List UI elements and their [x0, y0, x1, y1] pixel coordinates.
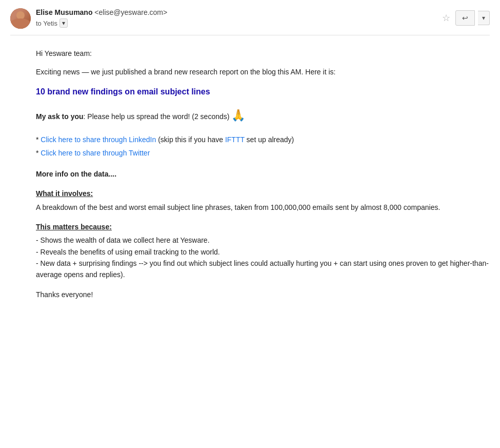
what-content: A breakdown of the best and worst email … — [36, 202, 490, 213]
share-links: * Click here to share through LinkedIn (… — [36, 133, 490, 160]
share-twitter-line: * Click here to share through Twitter — [36, 146, 490, 160]
sender-name-text: Elise Musumano — [36, 8, 92, 16]
ask-text: : Please help us spread the word! (2 sec… — [84, 112, 232, 121]
sender-email: <elise@yesware.com> — [94, 8, 167, 16]
header-actions: ☆ ↩ ▾ — [440, 10, 490, 26]
share-skip-text: (skip this if you have — [156, 135, 225, 144]
star-button[interactable]: ☆ — [440, 10, 452, 26]
main-article-link[interactable]: 10 brand new findings on email subject l… — [36, 85, 490, 99]
greeting-text: Hi Yesware team: — [36, 48, 490, 59]
this-matters-section: This matters because: - Shows the wealth… — [36, 221, 490, 281]
email-header: Elise Musumano <elise@yesware.com> to Ye… — [10, 8, 490, 35]
recipient-label: to Yetis — [36, 20, 57, 27]
intro-text: Exciting news — we just published a bran… — [36, 66, 490, 77]
praying-emoji: 🙏 — [231, 109, 245, 122]
share-bullet-1: * — [36, 135, 41, 144]
matters-line-3: - New data + surprising findings --> you… — [36, 258, 490, 281]
share-twitter-link[interactable]: Click here to share through Twitter — [41, 149, 150, 157]
share-linkedin-line: * Click here to share through LinkedIn (… — [36, 133, 490, 147]
reply-icon: ↩ — [462, 14, 468, 22]
share-already-text: set up already) — [245, 135, 294, 144]
matters-line-2: - Reveals the benefits of using email tr… — [36, 246, 490, 258]
what-heading: What it involves: — [36, 188, 490, 199]
matters-line-1: - Shows the wealth of data we collect he… — [36, 235, 490, 246]
avatar — [10, 8, 31, 29]
recipient-row: to Yetis ▾ — [36, 18, 167, 28]
more-info-heading: More info on the data.... — [36, 168, 490, 180]
share-linkedin-link[interactable]: Click here to share through LinkedIn — [41, 135, 156, 144]
chevron-down-icon: ▾ — [482, 14, 485, 22]
dropdown-arrow-icon: ▾ — [62, 20, 65, 27]
matters-heading: This matters because: — [36, 221, 490, 232]
closing-text: Thanks everyone! — [36, 289, 490, 300]
sender-info: Elise Musumano <elise@yesware.com> to Ye… — [10, 8, 167, 29]
ifttt-link[interactable]: IFTTT — [225, 135, 245, 144]
sender-name: Elise Musumano <elise@yesware.com> — [36, 8, 167, 16]
star-icon: ☆ — [442, 13, 450, 23]
recipient-dropdown[interactable]: ▾ — [59, 18, 68, 28]
ask-label: My ask to you — [36, 112, 84, 121]
more-options-button[interactable]: ▾ — [478, 11, 490, 25]
sender-details: Elise Musumano <elise@yesware.com> to Ye… — [36, 8, 167, 28]
share-bullet-2: * — [36, 149, 41, 157]
email-container: Elise Musumano <elise@yesware.com> to Ye… — [0, 0, 500, 313]
ask-paragraph: My ask to you: Please help us spread the… — [36, 106, 490, 124]
email-body: Hi Yesware team: Exciting news — we just… — [10, 44, 490, 304]
reply-button[interactable]: ↩ — [455, 10, 475, 26]
what-it-involves-section: What it involves: A breakdown of the bes… — [36, 188, 490, 213]
